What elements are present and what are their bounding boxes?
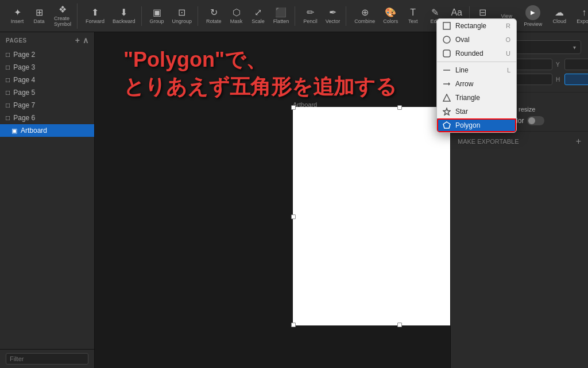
page-item[interactable]: □ Page 2 xyxy=(0,48,94,61)
data-icon: ⊞ xyxy=(36,8,43,17)
export-icon: ↑ xyxy=(582,8,586,17)
flatten-label: Flatten xyxy=(273,18,289,24)
arrow-icon xyxy=(443,80,451,88)
oval-icon xyxy=(443,36,451,44)
create-symbol-button[interactable]: ❖ Create Symbol xyxy=(51,3,75,29)
handle-ml xyxy=(291,214,296,219)
export-button[interactable]: ↑ Export xyxy=(573,6,588,26)
shape-arrow[interactable]: Arrow xyxy=(437,77,516,91)
canvas-area[interactable]: "Polygon"で、 とりあえず五角形を追加する Artboard xyxy=(95,32,450,368)
rotate-icon: ↻ xyxy=(210,8,218,17)
page-item[interactable]: □ Page 3 xyxy=(0,61,94,74)
arrow-label: Arrow xyxy=(455,80,473,88)
zoom-icon: ⊟ xyxy=(479,8,486,17)
page-icon: □ xyxy=(6,76,10,84)
filter-input[interactable] xyxy=(6,353,88,365)
shape-line[interactable]: Line L xyxy=(437,63,516,77)
scale-label: Scale xyxy=(252,18,265,24)
combine-icon: ⊕ xyxy=(361,8,369,17)
rotate-button[interactable]: ↻ Rotate xyxy=(203,6,225,26)
ungroup-icon: ⊡ xyxy=(178,8,185,17)
toolbar-insert-group: ✦ Insert ⊞ Data ❖ Create Symbol xyxy=(5,3,78,29)
collapse-button[interactable]: ∧ xyxy=(83,36,89,45)
page-label: Page 4 xyxy=(13,76,35,84)
text-icon: T xyxy=(410,8,416,17)
group-icon: ▣ xyxy=(153,8,161,17)
page-item[interactable]: □ Page 7 xyxy=(0,99,94,112)
ungroup-button[interactable]: ⊡ Ungroup xyxy=(169,6,196,26)
group-button[interactable]: ▣ Group xyxy=(146,6,168,26)
backward-button[interactable]: ⬇ Backward xyxy=(109,6,139,26)
page-icon: □ xyxy=(6,89,10,97)
sidebar-header-actions: + ∧ xyxy=(75,36,88,45)
combine-button[interactable]: ⊕ Combine xyxy=(351,6,378,26)
svg-marker-5 xyxy=(448,82,450,86)
svg-marker-8 xyxy=(443,122,450,128)
preset-chevron-icon: ▾ xyxy=(573,44,576,51)
shape-triangle[interactable]: Triangle xyxy=(437,91,516,105)
add-page-button[interactable]: + xyxy=(75,36,80,45)
scale-icon: ⤢ xyxy=(254,8,262,17)
artboard-item[interactable]: ▣ Artboard xyxy=(0,124,94,137)
export-label: Export xyxy=(577,18,588,24)
toolbar-draw-group: ✏ Pencil ✒ Vector xyxy=(297,6,346,26)
add-exportable-button[interactable]: + xyxy=(576,136,581,147)
data-label: Data xyxy=(33,18,44,24)
line-label: Line xyxy=(455,66,469,74)
vector-icon: ✒ xyxy=(329,8,336,17)
h-input[interactable] xyxy=(564,74,588,85)
background-color-toggle[interactable] xyxy=(527,116,544,125)
create-symbol-icon: ❖ xyxy=(59,5,67,14)
vector-button[interactable]: ✒ Vector xyxy=(322,6,344,26)
rounded-label: Rounded xyxy=(455,49,483,57)
dropdown-divider1 xyxy=(437,62,516,62)
rotate-label: Rotate xyxy=(206,18,222,24)
insert-button[interactable]: ✦ Insert xyxy=(7,6,28,26)
rounded-shortcut: U xyxy=(506,50,510,57)
pencil-button[interactable]: ✏ Pencil xyxy=(300,6,321,26)
shape-oval[interactable]: Oval O xyxy=(437,33,516,47)
y-field: Y xyxy=(556,59,588,70)
star-label: Star xyxy=(455,108,468,116)
shape-rectangle[interactable]: Rectangle R xyxy=(437,19,516,33)
page-item[interactable]: □ Page 4 xyxy=(0,74,94,86)
play-icon[interactable]: ▶ xyxy=(525,5,540,20)
shape-dropdown-menu: Rectangle R Oval O Rounded U Line L Arro… xyxy=(436,18,517,133)
artboard-label: Artboard xyxy=(21,126,47,135)
fonts-icon: Aa xyxy=(451,8,462,17)
backward-icon: ⬇ xyxy=(120,8,127,17)
rectangle-label: Rectangle xyxy=(455,22,486,30)
sidebar-footer xyxy=(0,349,94,368)
h-label: H xyxy=(556,76,563,83)
page-item[interactable]: □ Page 6 xyxy=(0,112,94,124)
forward-icon: ⬆ xyxy=(91,8,99,17)
text-label: Text xyxy=(408,18,418,24)
svg-rect-0 xyxy=(443,22,450,29)
flatten-button[interactable]: ⬛ Flatten xyxy=(270,6,293,26)
mask-button[interactable]: ⬡ Mask xyxy=(226,6,247,26)
shape-rounded[interactable]: Rounded U xyxy=(437,47,516,60)
toolbar-tools-group: ↻ Rotate ⬡ Mask ⤢ Scale ⬛ Flatten xyxy=(200,6,295,26)
y-input[interactable] xyxy=(564,59,588,70)
view-label: View xyxy=(501,13,512,19)
ungroup-label: Ungroup xyxy=(172,18,192,24)
cloud-button[interactable]: ☁ Cloud xyxy=(549,6,570,26)
data-button[interactable]: ⊞ Data xyxy=(29,6,49,26)
colors-button[interactable]: 🎨 Colors xyxy=(380,6,401,26)
annotation-line1: "Polygon"で、 xyxy=(123,47,397,74)
h-field: H xyxy=(556,74,588,85)
forward-button[interactable]: ⬆ Forward xyxy=(82,6,108,26)
preview-button[interactable]: ▶ Preview xyxy=(520,3,546,29)
make-exportable-label: MAKE EXPORTABLE xyxy=(458,138,519,145)
pages-title: PAGES xyxy=(6,37,27,44)
shape-star[interactable]: Star xyxy=(437,105,516,118)
text-button[interactable]: T Text xyxy=(403,6,423,26)
page-icon: □ xyxy=(6,101,10,109)
polygon-label: Polygon xyxy=(455,121,480,129)
handle-bl xyxy=(291,323,296,327)
svg-marker-6 xyxy=(443,94,450,101)
page-item[interactable]: □ Page 5 xyxy=(0,86,94,99)
scale-button[interactable]: ⤢ Scale xyxy=(248,6,269,26)
page-icon: □ xyxy=(6,63,10,71)
shape-polygon[interactable]: Polygon xyxy=(437,118,516,132)
